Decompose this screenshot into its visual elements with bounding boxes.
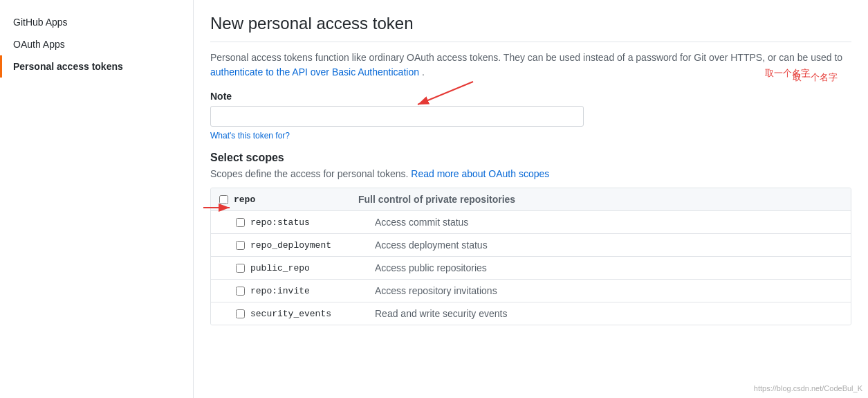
scope-row-public-repo: public_repo Access public repositories: [211, 257, 851, 280]
scope-checkbox-public-repo[interactable]: [236, 264, 245, 273]
scopes-section: Select scopes Scopes define the access f…: [210, 152, 851, 327]
scope-checkbox-repo-deployment[interactable]: [236, 241, 245, 250]
note-hint[interactable]: What's this token for?: [210, 131, 851, 141]
scope-checkbox-security-events[interactable]: [236, 309, 245, 318]
scope-row-repo-invite: repo:invite Access repository invitation…: [211, 280, 851, 302]
description: Personal access tokens function like ord…: [210, 51, 851, 80]
scope-row-repo-status: repo:status Access commit status: [211, 211, 851, 234]
scope-name-repo-status: repo:status: [250, 217, 375, 228]
scopes-title: Select scopes: [210, 152, 851, 164]
scope-checkbox-repo-status[interactable]: [236, 218, 245, 227]
sidebar-item-oauth-apps[interactable]: OAuth Apps: [0, 33, 193, 55]
scopes-desc: Scopes define the access for personal to…: [210, 168, 851, 179]
scopes-table-wrapper: 只勾选这一个框框 repo Full control of private re…: [210, 188, 851, 325]
note-input[interactable]: [210, 106, 584, 127]
scope-row-repo-deployment: repo_deployment Access deployment status: [211, 234, 851, 257]
scope-row-repo: repo Full control of private repositorie…: [211, 188, 851, 211]
scope-desc-repo: Full control of private repositories: [358, 194, 515, 205]
note-label: Note: [210, 91, 851, 102]
scope-checkbox-repo-invite[interactable]: [236, 287, 245, 296]
main-content: New personal access token Personal acces…: [194, 0, 868, 398]
sidebar-item-personal-access-tokens[interactable]: Personal access tokens: [0, 55, 193, 78]
scope-desc-repo-deployment: Access deployment status: [375, 239, 488, 251]
scope-desc-security-events: Read and write security events: [375, 308, 507, 319]
scope-row-security-events: security_events Read and write security …: [211, 302, 851, 325]
scope-name-security-events: security_events: [250, 309, 375, 319]
scope-desc-public-repo: Access public repositories: [375, 262, 487, 273]
scope-name-repo: repo: [234, 195, 358, 205]
scope-checkbox-repo[interactable]: [219, 195, 228, 204]
watermark: https://blog.csdn.net/CodeBul_K: [754, 384, 862, 392]
auth-link[interactable]: authenticate to the API over Basic Authe…: [210, 66, 419, 78]
scope-desc-repo-status: Access commit status: [375, 217, 468, 228]
scope-desc-repo-invite: Access repository invitations: [375, 285, 497, 296]
scope-name-public-repo: public_repo: [250, 263, 375, 273]
sidebar: GitHub Apps OAuth Apps Personal access t…: [0, 0, 194, 398]
scopes-table: repo Full control of private repositorie…: [210, 188, 851, 325]
page-title: New personal access token: [210, 14, 851, 42]
note-group: Note 取一个名字 取一个名字 What's this token for?: [210, 91, 851, 141]
sidebar-item-github-apps[interactable]: GitHub Apps: [0, 11, 193, 33]
scope-name-repo-invite: repo:invite: [250, 286, 375, 296]
oauth-scopes-link[interactable]: Read more about OAuth scopes: [411, 168, 549, 179]
scope-name-repo-deployment: repo_deployment: [250, 240, 375, 251]
